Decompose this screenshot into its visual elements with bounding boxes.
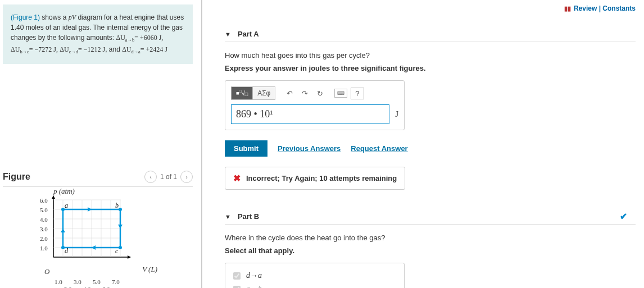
top-links: ▮▮ Review | Constants xyxy=(564,4,636,12)
collapse-icon[interactable]: ▼ xyxy=(225,31,231,38)
part-a-instruction: Express your answer in joules to three s… xyxy=(225,64,636,72)
svg-text:a: a xyxy=(65,202,68,209)
keyboard-icon[interactable]: ⌨ xyxy=(334,89,347,98)
symbols-button[interactable]: ΑΣφ xyxy=(253,87,275,99)
figure-image: p (atm) 6.0 5.0 4.0 3.0 2.0 1.0 O 1.0 3.… xyxy=(3,187,193,284)
svg-text:c: c xyxy=(115,247,119,255)
reset-icon[interactable]: ↻ xyxy=(312,87,328,100)
submit-button[interactable]: Submit xyxy=(225,140,267,157)
request-answer-link[interactable]: Request Answer xyxy=(351,144,407,153)
svg-marker-22 xyxy=(118,225,123,228)
svg-text:d: d xyxy=(65,247,69,255)
previous-answers-link[interactable]: Previous Answers xyxy=(278,144,341,153)
choices-box: d→a a→b xyxy=(225,263,405,288)
x-axis-label: V (L) xyxy=(142,265,157,274)
feedback-box: ✖ Incorrect; Try Again; 10 attempts rema… xyxy=(225,167,405,190)
figure-counter: 1 of 1 xyxy=(160,173,177,181)
svg-marker-21 xyxy=(88,207,92,212)
svg-marker-3 xyxy=(128,255,131,259)
part-a-question: How much heat goes into this gas per cyc… xyxy=(225,51,636,60)
choice-d-a[interactable]: d→a xyxy=(233,269,396,282)
checkbox[interactable] xyxy=(233,272,241,280)
answer-input[interactable]: 869 • 10¹ xyxy=(231,104,389,124)
part-b-title: Part B xyxy=(238,212,259,221)
figure-title: Figure xyxy=(3,172,30,182)
pv-diagram-svg: a b c d xyxy=(51,194,135,262)
constants-link[interactable]: Constants xyxy=(602,4,636,12)
templates-button[interactable]: ■□√□ xyxy=(232,87,253,99)
incorrect-icon: ✖ xyxy=(233,173,241,184)
problem-statement: (Figure 1) shows a pV diagram for a heat… xyxy=(3,4,193,64)
svg-point-27 xyxy=(119,246,122,249)
svg-marker-24 xyxy=(61,228,65,232)
check-icon: ✔ xyxy=(620,211,627,222)
svg-marker-23 xyxy=(92,245,96,250)
review-link[interactable]: Review xyxy=(574,4,597,12)
redo-icon[interactable]: ↷ xyxy=(297,87,312,100)
part-b-instruction: Select all that apply. xyxy=(225,246,636,255)
svg-text:b: b xyxy=(115,202,119,209)
part-b-question: Where in the cycle does the heat go into… xyxy=(225,234,636,242)
figure-prev-button[interactable]: ‹ xyxy=(144,171,157,183)
help-button[interactable]: ? xyxy=(351,88,364,99)
feedback-text: Incorrect; Try Again; 10 attempts remain… xyxy=(246,174,397,182)
flag-icon: ▮▮ xyxy=(564,5,571,12)
figure-next-button[interactable]: › xyxy=(180,171,193,183)
svg-marker-2 xyxy=(52,195,55,199)
svg-point-26 xyxy=(119,208,122,211)
part-a-title: Part A xyxy=(238,30,259,38)
answer-box: ■□√□ ΑΣφ ↶ ↷ ↻ ⌨ ? 869 • 10¹ J xyxy=(225,80,405,130)
answer-unit: J xyxy=(395,109,398,119)
collapse-icon[interactable]: ▼ xyxy=(225,213,231,220)
undo-icon[interactable]: ↶ xyxy=(282,87,297,100)
checkbox[interactable] xyxy=(233,286,241,289)
figure-link[interactable]: (Figure 1) xyxy=(11,13,40,21)
choice-a-b[interactable]: a→b xyxy=(233,282,396,288)
